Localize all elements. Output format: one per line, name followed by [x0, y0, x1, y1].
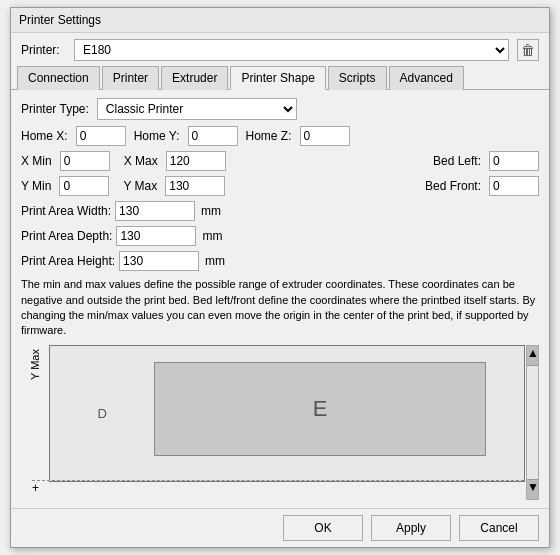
home-z-input[interactable]: [300, 126, 350, 146]
print-area-height-label: Print Area Height:: [21, 254, 115, 268]
ymin-ymax-row: Y Min Y Max Bed Front:: [21, 176, 539, 196]
print-area-height-mm: mm: [205, 254, 225, 268]
home-z-label: Home Z:: [246, 129, 292, 143]
home-y-label: Home Y:: [134, 129, 180, 143]
diagram-origin-marker: +: [32, 481, 39, 495]
home-row: Home X: Home Y: Home Z:: [21, 126, 539, 146]
delete-printer-button[interactable]: 🗑: [517, 39, 539, 61]
tab-extruder[interactable]: Extruder: [161, 66, 228, 90]
y-max-input[interactable]: [165, 176, 225, 196]
description-text: The min and max values define the possib…: [21, 277, 539, 339]
print-area-height-input[interactable]: [119, 251, 199, 271]
tab-printer[interactable]: Printer: [102, 66, 159, 90]
apply-button[interactable]: Apply: [371, 515, 451, 541]
bed-left-input[interactable]: [489, 151, 539, 171]
home-x-input[interactable]: [76, 126, 126, 146]
y-max-label: Y Max: [29, 349, 41, 380]
print-area-depth-label: Print Area Depth:: [21, 229, 112, 243]
y-max-axis-label: Y Max: [21, 345, 49, 500]
cancel-button[interactable]: Cancel: [459, 515, 539, 541]
x-min-label: X Min: [21, 154, 52, 168]
printer-settings-dialog: Printer Settings Printer: E180 🗑 Connect…: [10, 7, 550, 548]
print-area-depth-input[interactable]: [116, 226, 196, 246]
home-x-label: Home X:: [21, 129, 68, 143]
scrollbar-up-arrow[interactable]: ▲: [527, 346, 538, 366]
scrollbar[interactable]: ▲ ▼: [526, 345, 539, 500]
y-min-label: Y Min: [21, 179, 51, 193]
tab-content-printer-shape: Printer Type: Classic Printer Home X: Ho…: [11, 90, 549, 508]
print-area-width-row: Print Area Width: mm: [21, 201, 539, 221]
tab-printer-shape[interactable]: Printer Shape: [230, 66, 325, 90]
x-max-input[interactable]: [166, 151, 226, 171]
home-y-input[interactable]: [188, 126, 238, 146]
x-max-label: X Max: [124, 154, 158, 168]
y-min-input[interactable]: [59, 176, 109, 196]
tab-scripts[interactable]: Scripts: [328, 66, 387, 90]
dialog-title: Printer Settings: [19, 13, 541, 27]
diagram-e-letter: E: [155, 363, 485, 456]
printer-type-row: Printer Type: Classic Printer: [21, 98, 539, 120]
bed-front-label: Bed Front:: [425, 179, 481, 193]
printer-select[interactable]: E180: [74, 39, 509, 61]
scrollbar-down-arrow[interactable]: ▼: [527, 479, 538, 499]
bed-left-label: Bed Left:: [433, 154, 481, 168]
tab-advanced[interactable]: Advanced: [389, 66, 464, 90]
printer-type-select[interactable]: Classic Printer: [97, 98, 297, 120]
tab-connection[interactable]: Connection: [17, 66, 100, 90]
y-max-label: Y Max: [123, 179, 157, 193]
ok-button[interactable]: OK: [283, 515, 363, 541]
printer-label: Printer:: [21, 43, 66, 57]
print-area-depth-mm: mm: [202, 229, 222, 243]
print-area-width-label: Print Area Width:: [21, 204, 111, 218]
diagram-dashed-line: [32, 480, 524, 481]
print-area-width-mm: mm: [201, 204, 221, 218]
diagram-outer-box: E D +: [49, 345, 525, 482]
button-row: OK Apply Cancel: [11, 508, 549, 547]
diagram-container: Y Max E D + ▲ ▼: [21, 345, 539, 500]
scrollbar-track: [527, 366, 538, 479]
printer-row: Printer: E180 🗑: [11, 33, 549, 65]
print-area-width-input[interactable]: [115, 201, 195, 221]
print-area-height-row: Print Area Height: mm: [21, 251, 539, 271]
diagram-inner-bed: E: [154, 362, 486, 457]
x-min-input[interactable]: [60, 151, 110, 171]
tab-bar: Connection Printer Extruder Printer Shap…: [11, 65, 549, 90]
title-bar: Printer Settings: [11, 8, 549, 33]
diagram-d-letter: D: [50, 346, 154, 481]
printer-type-label: Printer Type:: [21, 102, 89, 116]
xmin-xmax-row: X Min X Max Bed Left:: [21, 151, 539, 171]
bed-front-input[interactable]: [489, 176, 539, 196]
print-area-depth-row: Print Area Depth: mm: [21, 226, 539, 246]
